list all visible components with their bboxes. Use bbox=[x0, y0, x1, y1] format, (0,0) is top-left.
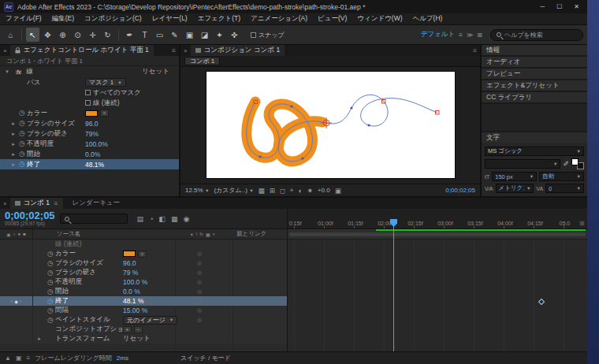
timeline-property-row[interactable]: ◷カラー=◎ bbox=[0, 249, 287, 258]
graph-row[interactable] bbox=[288, 240, 587, 250]
twirl-icon[interactable]: ▸ bbox=[9, 131, 17, 137]
panel-header[interactable]: プレビュー bbox=[482, 69, 587, 79]
fill-stroke-color[interactable] bbox=[571, 158, 584, 169]
stopwatch-icon[interactable]: ◷ bbox=[17, 161, 27, 168]
timeline-property-row[interactable]: コンポジットオプション+− bbox=[0, 325, 287, 334]
effect-controls-tab[interactable]: エフェクトコントロール ホワイト 平面 1 bbox=[10, 45, 154, 56]
pan-camera-tool[interactable]: ✛ bbox=[86, 28, 99, 42]
timeline-search-field[interactable] bbox=[60, 214, 128, 224]
color-swatch[interactable] bbox=[85, 110, 98, 117]
timeline-property-row[interactable]: ◷ブラシのサイズ96.0◎ bbox=[0, 258, 287, 268]
motion-blur-icon[interactable]: ◉ bbox=[184, 215, 190, 223]
twirl-icon[interactable]: ▸ bbox=[9, 162, 17, 168]
current-timecode[interactable]: 0;00;02;05 bbox=[5, 210, 55, 221]
reset-link[interactable]: リセット bbox=[123, 334, 151, 344]
timeline-property-row[interactable]: ◷開始0.0 %◎ bbox=[0, 287, 287, 296]
add-option-icon[interactable]: + bbox=[123, 326, 132, 333]
roto-brush-tool[interactable]: ✦ bbox=[213, 28, 226, 42]
snapshot-icon[interactable]: ▣ bbox=[335, 187, 341, 195]
eye-icon[interactable]: ◉ bbox=[6, 232, 10, 237]
workspace-menu-icon[interactable]: ≡ bbox=[459, 32, 463, 39]
close-icon[interactable]: ✕ bbox=[574, 3, 579, 10]
work-area-bar[interactable] bbox=[288, 229, 587, 240]
composition-nav-chip[interactable]: コンポ 1 bbox=[184, 57, 220, 65]
menu-item[interactable]: ウィンドウ(W) bbox=[357, 14, 402, 24]
solo-icon[interactable]: ● bbox=[18, 232, 21, 236]
tracking-select[interactable]: 0 ▼ bbox=[545, 184, 584, 193]
lock-icon[interactable]: ■ bbox=[23, 232, 26, 236]
dropdown[interactable]: マスク 1▼ bbox=[85, 78, 126, 87]
comp-marker-bin-icon[interactable] bbox=[579, 221, 585, 226]
composition-tab[interactable]: コンポジション コンポ 1 bbox=[191, 45, 285, 56]
property-value[interactable]: 79% bbox=[85, 130, 99, 138]
stopwatch-icon[interactable]: ◷ bbox=[46, 317, 55, 324]
brush-tool[interactable]: ✎ bbox=[168, 28, 181, 42]
eraser-tool[interactable]: ◪ bbox=[198, 28, 211, 42]
checkbox[interactable] bbox=[85, 90, 91, 95]
menu-item[interactable]: レイヤー(L) bbox=[152, 14, 188, 24]
timeline-property-row[interactable]: 線 (連続) bbox=[0, 240, 287, 249]
twirl-icon[interactable]: ▸ bbox=[9, 121, 17, 127]
type-tool[interactable]: T bbox=[138, 28, 151, 42]
effect-property-row[interactable]: ▸◷ブラシのサイズ96.0 bbox=[0, 118, 179, 128]
resolution-select[interactable]: (カスタム..) ▼ bbox=[214, 186, 253, 195]
stopwatch-icon[interactable]: ◷ bbox=[17, 110, 27, 117]
stopwatch-icon[interactable]: ◷ bbox=[46, 260, 55, 267]
effect-property-row[interactable]: ▸◷終了48.1% bbox=[0, 159, 179, 169]
pen-tool[interactable]: ✒ bbox=[123, 28, 136, 42]
switch-mode-button[interactable]: スイッチ / モード bbox=[180, 354, 231, 362]
stopwatch-icon[interactable]: ◷ bbox=[17, 120, 27, 127]
graph-row[interactable] bbox=[288, 269, 587, 278]
property-value[interactable]: 100.0% bbox=[85, 140, 108, 148]
timeline-property-row[interactable]: ‹◆›◷終了48.1 %◎ bbox=[0, 296, 287, 306]
dropdown[interactable]: 元のイメージ▼ bbox=[123, 316, 177, 325]
timeline-comp-tab[interactable]: コンポ 1 ≡ bbox=[10, 198, 63, 209]
checkbox[interactable] bbox=[85, 100, 91, 106]
workspace-name[interactable]: デフォルト bbox=[421, 30, 456, 39]
panel-header[interactable]: 情報 bbox=[482, 45, 587, 55]
viewer-timecode[interactable]: 0;00;02;05 bbox=[445, 187, 475, 194]
stopwatch-icon[interactable]: ◷ bbox=[17, 150, 27, 158]
timeline-graph-area[interactable]: 0:15f01:00f01:15f02:00f02:15f03:00f03:15… bbox=[288, 209, 587, 351]
workspace-overflow-icon[interactable]: ≫ bbox=[467, 32, 473, 39]
stopwatch-icon[interactable]: ◷ bbox=[46, 269, 55, 277]
home-icon[interactable]: ⌂ bbox=[4, 28, 17, 42]
puppet-pin-tool[interactable]: ✜ bbox=[228, 28, 241, 42]
clone-stamp-tool[interactable]: ▣ bbox=[183, 28, 196, 42]
snap-toggle[interactable]: スナップ bbox=[251, 31, 285, 39]
menu-item[interactable]: アニメーション(A) bbox=[251, 14, 307, 24]
maximize-icon[interactable]: ☐ bbox=[556, 3, 562, 10]
expand-render-icon[interactable]: ≡ bbox=[26, 355, 30, 362]
composition-canvas[interactable] bbox=[206, 72, 455, 178]
effect-header-row[interactable]: ▾ fx 線 リセット bbox=[0, 66, 179, 77]
expression-chip[interactable]: = bbox=[138, 251, 147, 258]
twirl-icon[interactable]: ▸ bbox=[9, 141, 17, 147]
menu-item[interactable]: ヘルプ(H) bbox=[413, 14, 443, 24]
eyedropper-icon[interactable]: ✐ bbox=[563, 160, 569, 168]
expression-chip[interactable]: = bbox=[100, 110, 109, 117]
keyframe-toggle-icon[interactable]: ◆ bbox=[14, 299, 18, 304]
property-value[interactable]: 0.0 % bbox=[123, 288, 140, 295]
stopwatch-icon[interactable]: ◷ bbox=[46, 288, 55, 295]
property-value[interactable]: 48.1% bbox=[85, 161, 104, 169]
property-value[interactable]: 15.00 % bbox=[123, 306, 147, 314]
effect-reset-button[interactable]: リセット bbox=[142, 67, 176, 76]
panel-header[interactable]: エフェクト&プリセット bbox=[482, 80, 587, 91]
property-value[interactable]: 0.0% bbox=[85, 150, 100, 158]
panel-grid-icon[interactable]: ⊞ bbox=[477, 32, 482, 39]
composition-viewer[interactable] bbox=[180, 67, 480, 184]
source-name-column-header[interactable]: ソース名 bbox=[33, 230, 173, 238]
font-size-select[interactable]: 150 px ▼ bbox=[492, 172, 537, 181]
exposure-value[interactable]: +0.0 bbox=[318, 187, 330, 194]
effect-property-row[interactable]: すべてのマスク bbox=[0, 87, 179, 98]
graph-row[interactable] bbox=[288, 259, 587, 269]
channel-icon[interactable]: ◐ bbox=[299, 187, 303, 195]
draft-3d-icon[interactable]: ◔ bbox=[149, 215, 153, 223]
transparency-grid-icon[interactable]: ▦ bbox=[259, 187, 265, 195]
stopwatch-icon[interactable]: ◷ bbox=[46, 307, 55, 314]
time-ruler[interactable]: 0:15f01:00f01:15f02:00f02:15f03:00f03:15… bbox=[288, 209, 587, 229]
timeline-graph[interactable] bbox=[288, 240, 587, 351]
graph-row[interactable] bbox=[288, 250, 587, 259]
help-search-field[interactable]: ヘルプを検索 bbox=[490, 29, 583, 41]
property-value[interactable]: 96.0 bbox=[85, 120, 99, 128]
